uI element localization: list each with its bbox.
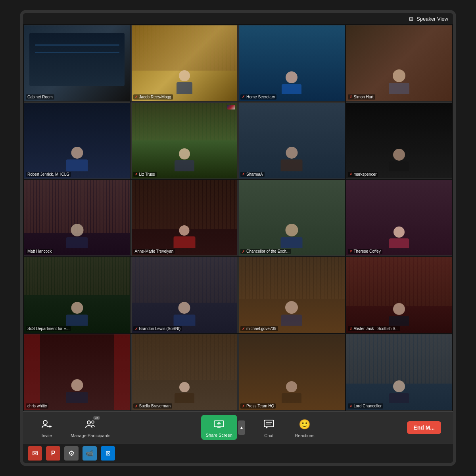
settings-taskbar-icon[interactable]: ⚙	[64, 446, 79, 461]
svg-point-0	[43, 420, 47, 424]
zoom-header: ⊞ Speaker View	[23, 13, 453, 24]
toolbar-center: Share Screen ▲ Chat	[201, 415, 317, 440]
share-screen-chevron[interactable]: ▲	[238, 420, 245, 435]
video-cell-1[interactable]: ✗ Jacob Rees-Mogg	[131, 25, 238, 102]
invite-label: Invite	[42, 433, 52, 438]
video-cell-11[interactable]: ✗ Therese Coffey	[346, 180, 453, 256]
participant-name-17: ✗ Suella Braverman	[133, 403, 172, 409]
video-cell-14[interactable]: ✗ michael.gove739	[238, 257, 345, 333]
toolbar-left: Invite 35 Manage Participants	[35, 417, 110, 438]
end-meeting-button[interactable]: End M...	[407, 421, 441, 434]
video-cell-6[interactable]: ✗ SharmaA	[238, 102, 345, 179]
video-cell-10[interactable]: ✗ Chancellor of the Exch...	[238, 180, 345, 256]
participant-name-15: ✗ Alister Jack - Scottish S...	[348, 326, 400, 331]
svg-point-4	[92, 421, 94, 423]
share-screen-label: Share Screen	[206, 433, 232, 438]
video-grid: Cabinet Room ✗ Jacob Rees-Mogg	[23, 24, 453, 411]
mail-taskbar-icon[interactable]: ✉	[28, 446, 42, 461]
svg-rect-8	[264, 420, 274, 427]
share-screen-icon	[211, 417, 227, 432]
invite-icon	[39, 417, 55, 432]
share-screen-button[interactable]: Share Screen	[201, 415, 237, 440]
participant-name-5: ✗ Liz Truss	[133, 172, 157, 177]
participant-name-7: ✗ markspencer	[348, 172, 378, 177]
video-cell-3[interactable]: ✗ Simon Hart	[346, 25, 453, 102]
video-cell-15[interactable]: ✗ Alister Jack - Scottish S...	[346, 257, 453, 333]
speaker-view-label[interactable]: Speaker View	[416, 16, 448, 22]
video-cell-8[interactable]: Matt Hancock	[24, 180, 131, 256]
reactions-button[interactable]: 🙂 Reactions	[293, 417, 317, 438]
invite-button[interactable]: Invite	[35, 417, 59, 438]
powerpoint-taskbar-icon[interactable]: P	[46, 446, 60, 461]
svg-point-3	[87, 421, 90, 424]
participant-name-1: ✗ Jacob Rees-Mogg	[133, 94, 173, 100]
video-cell-4[interactable]: Robert Jenrick, MHCLG	[24, 102, 131, 179]
video-cell-7[interactable]: ✗ markspencer	[346, 102, 453, 179]
participants-button[interactable]: 35 Manage Participants	[71, 417, 110, 438]
reactions-icon: 🙂	[297, 417, 313, 432]
chat-button[interactable]: Chat	[257, 417, 281, 438]
video-cell-5[interactable]: ✗ Liz Truss	[131, 102, 238, 179]
participant-name-8: Matt Hancock	[26, 249, 53, 254]
participant-name-11: ✗ Therese Coffey	[348, 249, 382, 254]
taskbar: ✉ P ⚙ 📹 ⊠	[23, 443, 453, 463]
zoom-toolbar: Invite 35 Manage Participants	[23, 411, 453, 443]
view-icon: ⊞	[409, 16, 413, 22]
participant-name-0: Cabinet Room	[26, 94, 54, 100]
outlook-taskbar-icon[interactable]: ⊠	[101, 446, 115, 461]
chat-label: Chat	[264, 433, 273, 438]
chat-icon	[261, 417, 277, 432]
toolbar-right: End M...	[407, 421, 441, 434]
screen: ⊞ Speaker View Cabinet Room	[23, 13, 453, 463]
participant-name-6: ✗ SharmaA	[240, 172, 265, 177]
video-cell-13[interactable]: ✗ Brandon Lewis (SoSNI)	[131, 257, 238, 333]
participant-name-19: ✗ Lord Chancellor	[348, 403, 384, 409]
participant-name-18: ✗ Press Team HQ	[240, 403, 276, 409]
video-cell-9[interactable]: Anne-Marie Trevelyan	[131, 180, 238, 256]
video-cell-18[interactable]: ✗ Press Team HQ	[238, 334, 345, 411]
zoom-taskbar-icon[interactable]: 📹	[83, 446, 97, 461]
participant-name-16: chris whitty	[26, 403, 48, 409]
participant-name-14: ✗ michael.gove739	[240, 326, 278, 331]
video-cell-19[interactable]: ✗ Lord Chancellor	[346, 334, 453, 411]
reactions-label: Reactions	[295, 433, 314, 438]
video-cell-12[interactable]: SoS Department for E...	[24, 257, 131, 333]
participant-name-12: SoS Department for E...	[26, 326, 71, 331]
monitor: ⊞ Speaker View Cabinet Room	[20, 10, 456, 466]
participants-icon: 35	[83, 417, 98, 432]
participant-name-2: ✗ Home Secretary	[240, 94, 276, 100]
video-cell-16[interactable]: chris whitty	[24, 334, 131, 411]
participant-name-13: ✗ Brandon Lewis (SoSNI)	[133, 326, 182, 331]
video-cell-0[interactable]: Cabinet Room	[24, 25, 131, 102]
video-cell-2[interactable]: ✗ Home Secretary	[238, 25, 345, 102]
participants-label: Manage Participants	[71, 433, 110, 438]
participants-count: 35	[93, 416, 100, 420]
participant-name-3: ✗ Simon Hart	[348, 94, 375, 100]
participant-name-9: Anne-Marie Trevelyan	[133, 249, 175, 254]
participant-name-4: Robert Jenrick, MHCLG	[26, 172, 71, 177]
video-cell-17[interactable]: ✗ Suella Braverman	[131, 334, 238, 411]
participant-name-10: ✗ Chancellor of the Exch...	[240, 249, 291, 254]
